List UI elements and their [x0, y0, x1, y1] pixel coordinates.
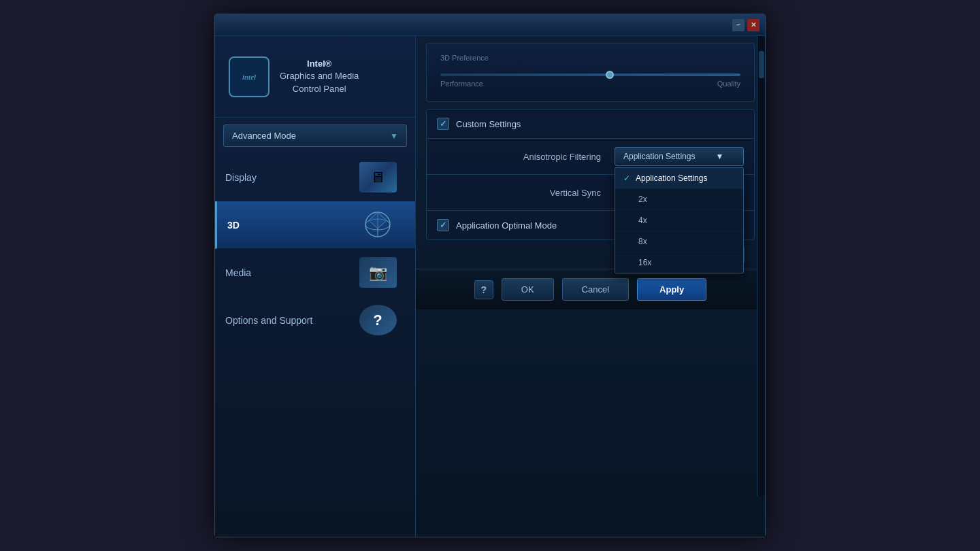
anisotropic-filter-dropdown[interactable]: Application Settings ▼	[615, 147, 744, 166]
dropdown-option-2x[interactable]: 2x	[615, 189, 743, 210]
app-title-line3: Control Panel	[280, 83, 359, 95]
app-title-line1: Intel®	[280, 58, 359, 70]
support-icon-container: ?	[350, 298, 405, 342]
optimal-checkmark-icon: ✓	[440, 220, 446, 230]
anisotropic-filter-label: Anisotropic Filtering	[437, 152, 615, 162]
apply-button[interactable]: Apply	[637, 278, 706, 301]
optimal-mode-label: Application Optimal Mode	[456, 220, 557, 231]
scroll-thumb[interactable]	[759, 51, 764, 78]
nav-media-label: Media	[225, 267, 251, 278]
close-button[interactable]: ✕	[747, 19, 760, 31]
sidebar-item-display[interactable]: Display 🖥	[215, 154, 415, 201]
anisotropic-dropdown-value: Application Settings	[623, 152, 695, 161]
anisotropic-dropdown-popup: Application Settings 2x 4x 8x 16x	[615, 167, 744, 273]
dropdown-option-16x-label: 16x	[638, 258, 651, 267]
3d-icon	[361, 210, 395, 240]
help-button[interactable]: ?	[474, 280, 493, 299]
slider-track	[440, 73, 740, 76]
anisotropic-filter-row: Anisotropic Filtering Application Settin…	[427, 139, 754, 175]
sidebar: intel Intel® Graphics and Media Control …	[215, 36, 416, 537]
dropdown-option-16x[interactable]: 16x	[615, 252, 743, 273]
anisotropic-dropdown-arrow: ▼	[715, 152, 723, 161]
slider-thumb	[606, 71, 614, 79]
scroll-track	[757, 36, 765, 496]
title-bar: – ✕	[215, 14, 765, 36]
intel-logo: intel	[229, 56, 270, 97]
3d-preference-section: 3D Preference Performance Quality	[426, 43, 755, 102]
sidebar-item-3d[interactable]: 3D	[215, 201, 415, 249]
mode-dropdown[interactable]: Advanced Mode ▼	[223, 124, 407, 147]
custom-settings-label: Custom Settings	[456, 119, 521, 129]
dropdown-option-2x-label: 2x	[638, 195, 647, 204]
sidebar-title: Intel® Graphics and Media Control Panel	[280, 58, 359, 95]
dropdown-option-4x[interactable]: 4x	[615, 210, 743, 231]
slider-labels: Performance Quality	[440, 80, 740, 88]
nav-options-label: Options and Support	[225, 315, 312, 326]
media-icon: 📷	[359, 257, 397, 288]
mode-label: Advanced Mode	[232, 131, 296, 141]
bottom-bar: ? OK Cancel Apply	[416, 269, 765, 310]
dropdown-option-app-settings[interactable]: Application Settings	[615, 168, 743, 189]
nav-display-label: Display	[225, 172, 257, 183]
minimize-button[interactable]: –	[732, 19, 745, 31]
sidebar-item-media[interactable]: Media 📷	[215, 249, 415, 297]
support-icon: ?	[359, 305, 397, 335]
custom-settings-row: ✓ Custom Settings	[427, 110, 754, 139]
dropdown-option-app-settings-label: Application Settings	[636, 173, 707, 183]
quality-label: Quality	[717, 80, 740, 88]
sidebar-item-options-support[interactable]: Options and Support ?	[215, 297, 415, 344]
main-window: – ✕ intel Intel® Graphics and Media Cont…	[214, 14, 766, 537]
display-icon-container: 🖥	[350, 155, 405, 199]
pref-label: 3D Preference	[440, 54, 740, 62]
optimal-mode-checkbox[interactable]: ✓	[437, 219, 449, 231]
performance-label: Performance	[440, 80, 483, 88]
mode-dropdown-arrow: ▼	[390, 131, 398, 141]
nav-3d-label: 3D	[227, 220, 240, 231]
dropdown-option-8x[interactable]: 8x	[615, 231, 743, 252]
ok-button[interactable]: OK	[502, 278, 554, 301]
cancel-button[interactable]: Cancel	[562, 278, 629, 301]
app-title-line2: Graphics and Media	[280, 70, 359, 82]
dropdown-option-4x-label: 4x	[638, 216, 647, 225]
main-content: intel Intel® Graphics and Media Control …	[215, 36, 765, 537]
svg-marker-3	[369, 212, 387, 229]
settings-section: ✓ Custom Settings Anisotropic Filtering …	[426, 109, 755, 240]
checkmark-icon: ✓	[440, 119, 446, 129]
slider-container[interactable]: Performance Quality	[440, 70, 740, 91]
dropdown-option-8x-label: 8x	[638, 237, 647, 246]
custom-settings-checkbox[interactable]: ✓	[437, 118, 449, 130]
content-area: 3D Preference Performance Quality ✓	[416, 36, 765, 537]
display-icon: 🖥	[359, 162, 397, 193]
vsync-label: Vertical Sync	[437, 188, 615, 198]
nav-items: Display 🖥 3D	[215, 154, 415, 537]
3d-icon-container	[350, 203, 405, 247]
media-icon-container: 📷	[350, 250, 405, 295]
sidebar-header: intel Intel® Graphics and Media Control …	[215, 36, 415, 118]
